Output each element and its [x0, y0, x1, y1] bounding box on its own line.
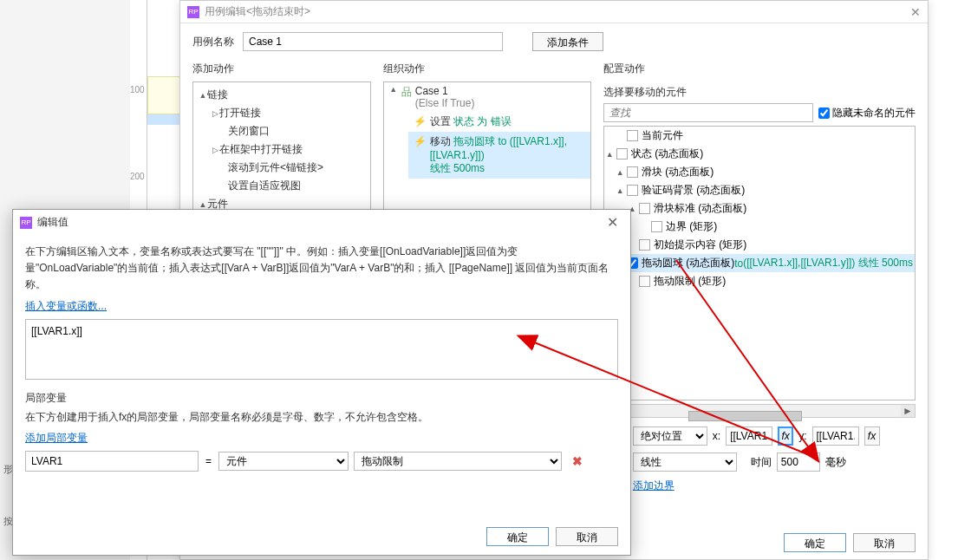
cfg-drag-ball[interactable]: ▲拖动圆球 (动态面板) to ([[LVAR1.x]],[[LVAR1.y]]… — [604, 254, 915, 272]
ruler-mark-200: 200 — [130, 172, 145, 181]
select-widgets-label: 选择要移动的元件 — [603, 81, 916, 103]
scroll-thumb[interactable] — [688, 411, 801, 421]
cfg-state[interactable]: ▲状态 (动态面板) — [604, 145, 915, 163]
tree-adaptive-view[interactable]: 设置自适应视图 — [207, 177, 368, 195]
widget-search-input[interactable] — [603, 103, 813, 122]
time-input[interactable] — [777, 453, 820, 472]
tree-close-window[interactable]: 关闭窗口 — [207, 122, 368, 140]
case-name-row: 用例名称 添加条件 — [180, 23, 928, 60]
widget-tree[interactable]: 当前元件 ▲状态 (动态面板) ▲滑块 (动态面板) ▲验证码背景 (动态面板)… — [603, 126, 916, 400]
org-case[interactable]: ▲ 品 Case 1 (Else If True) — [384, 82, 590, 112]
dialog2-cancel-button[interactable]: 取消 — [556, 527, 618, 546]
dialog2-title: 编辑值 — [37, 215, 602, 230]
var-type-select[interactable]: 元件 — [218, 452, 349, 471]
edit-value-description: 在下方编辑区输入文本，变量名称或表达式要写在 "[[""]]" 中。例如：插入变… — [25, 244, 618, 294]
add-local-var-link[interactable]: 添加局部变量 — [25, 432, 88, 444]
edit-value-dialog: RP 编辑值 ✕ 在下方编辑区输入文本，变量名称或表达式要写在 "[[""]]"… — [12, 209, 631, 556]
local-var-description: 在下方创建用于插入fx的局部变量，局部变量名称必须是字母、数字，不允许包含空格。 — [25, 409, 618, 426]
local-var-title: 局部变量 — [25, 391, 618, 406]
y-label: y: — [798, 430, 806, 442]
cfg-slider[interactable]: ▲滑块 (动态面板) — [604, 163, 915, 181]
organize-title: 组织动作 — [383, 60, 591, 78]
scroll-right-icon[interactable]: ► — [901, 405, 915, 417]
delete-var-icon[interactable]: ✖ — [567, 454, 588, 468]
org-move[interactable]: ⚡ 移动 拖动圆球 to ([[LVAR1.x]],[[LVAR1.y]]) 线… — [408, 132, 590, 179]
cfg-border[interactable]: 边界 (矩形) — [604, 218, 915, 236]
add-bound-link[interactable]: 添加边界 — [633, 479, 674, 493]
dialog1-titlebar: RP 用例编辑<拖动结束时> ✕ — [180, 1, 928, 23]
dialog1-ok-button[interactable]: 确定 — [784, 533, 846, 552]
time-unit: 毫秒 — [825, 455, 846, 470]
org-set-state[interactable]: ⚡ 设置 状态 为 错误 — [408, 112, 590, 132]
time-label: 时间 — [751, 455, 772, 470]
var-name-input[interactable] — [25, 451, 199, 472]
insert-var-link[interactable]: 插入变量或函数... — [25, 300, 107, 312]
cfg-verify-bg[interactable]: ▲验证码背景 (动态面板) — [604, 181, 915, 199]
tree-open-in-frame[interactable]: ▷在框架中打开链接 — [207, 140, 368, 159]
dialog1-close-icon[interactable]: ✕ — [910, 5, 921, 19]
case-name-label: 用例名称 — [192, 35, 236, 49]
case-icon: 品 — [401, 85, 412, 100]
x-input[interactable] — [726, 427, 772, 446]
var-target-select[interactable]: 拖动限制 — [354, 452, 562, 471]
widget-tree-hscroll[interactable]: ◄ ► — [603, 404, 916, 418]
add-actions-title: 添加动作 — [192, 60, 371, 78]
ruler-mark-100: 100 — [130, 85, 145, 94]
configure-column: 配置动作 选择要移动的元件 隐藏未命名的元件 当前元件 ▲状态 (动态面板) ▲… — [603, 60, 916, 493]
x-label: x: — [713, 430, 720, 442]
anim-row: 动画 线性 时间 毫秒 — [603, 453, 916, 472]
fx-x-button[interactable]: fx — [778, 427, 793, 446]
tree-open-link[interactable]: ▷打开链接 — [207, 104, 368, 122]
dialog2-close-icon[interactable]: ✕ — [602, 214, 623, 231]
fx-y-button[interactable]: fx — [864, 427, 880, 446]
app-icon: RP — [20, 217, 32, 229]
dialog1-cancel-button[interactable]: 取消 — [853, 533, 916, 552]
hide-unnamed-checkbox[interactable]: 隐藏未命名的元件 — [818, 106, 916, 120]
tree-scroll-to[interactable]: 滚动到元件<锚链接> — [207, 159, 368, 177]
cfg-current[interactable]: 当前元件 — [604, 127, 915, 145]
dialog2-ok-button[interactable]: 确定 — [486, 527, 549, 546]
tree-links[interactable]: ▲链接 — [195, 86, 368, 104]
y-input[interactable] — [812, 427, 859, 446]
app-icon: RP — [187, 6, 199, 18]
add-condition-button[interactable]: 添加条件 — [532, 32, 603, 51]
expression-textarea[interactable] — [25, 319, 618, 380]
local-var-row: = 元件 拖动限制 ✖ — [25, 451, 618, 472]
cfg-drag-limit[interactable]: 拖动限制 (矩形) — [604, 272, 915, 290]
lightning-icon: ⚡ — [414, 115, 427, 127]
lightning-icon: ⚡ — [414, 135, 427, 147]
move-type-select[interactable]: 绝对位置 — [633, 427, 707, 446]
equals-label: = — [204, 455, 213, 467]
configure-title: 配置动作 — [603, 60, 916, 78]
dialog2-titlebar: RP 编辑值 ✕ — [13, 210, 630, 235]
case-name-input[interactable] — [243, 32, 503, 51]
dialog1-title: 用例编辑<拖动结束时> — [205, 4, 910, 19]
cfg-slider-std[interactable]: ▲滑块标准 (动态面板) — [604, 199, 915, 218]
anim-type-select[interactable]: 线性 — [633, 453, 737, 472]
cfg-init-hint[interactable]: 初始提示内容 (矩形) — [604, 236, 915, 254]
move-row: 移动 绝对位置 x: fx y: fx — [603, 427, 916, 446]
bound-row: 界限 添加边界 — [603, 479, 916, 493]
